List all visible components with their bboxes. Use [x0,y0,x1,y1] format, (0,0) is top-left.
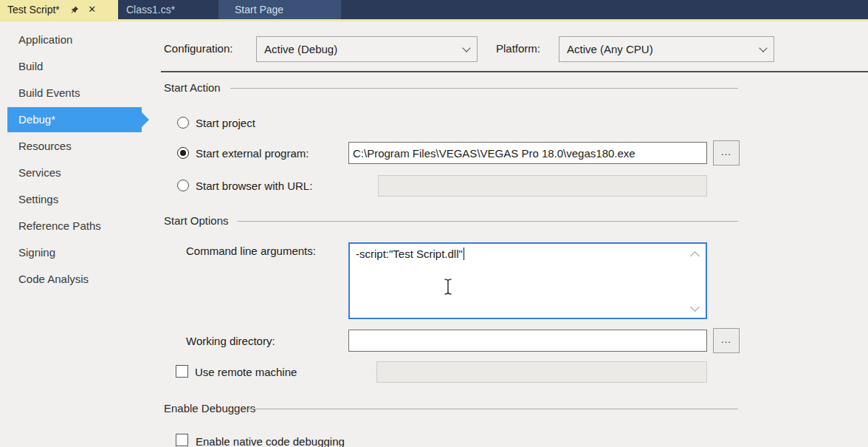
command-line-arguments-label: Command line arguments: [186,245,316,257]
text-caret [464,248,465,260]
start-action-title: Start Action [164,81,221,94]
platform-dropdown[interactable]: Active (Any CPU) [559,36,774,62]
start-options-title: Start Options [164,214,229,227]
start-external-program-input[interactable] [348,142,707,164]
configuration-label: Configuration: [164,42,232,55]
scroll-up-icon[interactable] [690,251,700,261]
sidebar-item-debug[interactable]: Debug* [7,107,142,132]
section-divider [249,409,738,409]
browse-directory-button[interactable]: ... [713,328,740,353]
sidebar-item-signing[interactable]: Signing [7,239,142,266]
enable-debuggers-title: Enable Debuggers [164,402,255,414]
section-divider [238,221,738,222]
ibeam-cursor [443,278,453,296]
sidebar-item-build[interactable]: Build [7,53,142,80]
sidebar-item-services[interactable]: Services [7,160,142,186]
chevron-down-icon [462,44,470,52]
sidebar-item-resources[interactable]: Resources [7,133,142,160]
use-remote-machine-label[interactable]: Use remote machine [195,366,297,378]
start-external-program-label[interactable]: Start external program: [196,147,309,160]
enable-native-debugging-checkbox[interactable] [176,434,188,446]
configuration-value: Active (Debug) [264,43,464,55]
platform-label: Platform: [496,42,540,55]
close-icon[interactable]: ✕ [86,4,98,16]
pin-icon[interactable] [70,4,80,15]
tab-test-script[interactable]: Test Script* ✕ [0,0,118,19]
start-browser-label[interactable]: Start browser with URL: [196,180,312,192]
sidebar-item-settings[interactable]: Settings [7,186,142,213]
working-directory-input[interactable] [348,330,707,352]
platform-value: Active (Any CPU) [567,43,760,55]
sidebar-item-build-events[interactable]: Build Events [7,80,142,106]
working-directory-label: Working directory: [186,335,275,347]
tab-start-page[interactable]: Start Page [218,0,341,19]
chevron-down-icon [759,44,767,52]
command-line-arguments-input[interactable]: -script:"Test Script.dll" [348,242,707,319]
scroll-down-icon[interactable] [690,302,700,312]
tab-label: Start Page [235,4,283,16]
start-project-radio[interactable] [177,117,189,129]
remote-machine-input [376,361,707,383]
active-tab-underline [0,19,868,21]
start-browser-url-input [378,175,707,197]
command-line-arguments-text: -script:"Test Script.dll" [356,248,463,260]
sidebar-item-code-analysis[interactable]: Code Analysis [7,266,142,293]
start-project-label[interactable]: Start project [196,117,255,129]
sidebar-item-reference-paths[interactable]: Reference Paths [7,213,142,239]
section-divider [230,88,738,89]
start-external-program-radio[interactable] [177,147,189,159]
start-browser-radio[interactable] [177,180,189,191]
enable-native-debugging-label[interactable]: Enable native code debugging [196,435,345,447]
tab-class1-cs[interactable]: Class1.cs* [120,0,216,19]
toolbar-separator [161,71,868,72]
browse-program-button[interactable]: ... [713,140,740,166]
configuration-dropdown[interactable]: Active (Debug) [256,36,478,62]
sidebar-item-application[interactable]: Application [7,27,142,53]
use-remote-machine-checkbox[interactable] [176,365,188,378]
tab-label: Test Script* [7,4,60,16]
tab-label: Class1.cs* [126,4,175,16]
